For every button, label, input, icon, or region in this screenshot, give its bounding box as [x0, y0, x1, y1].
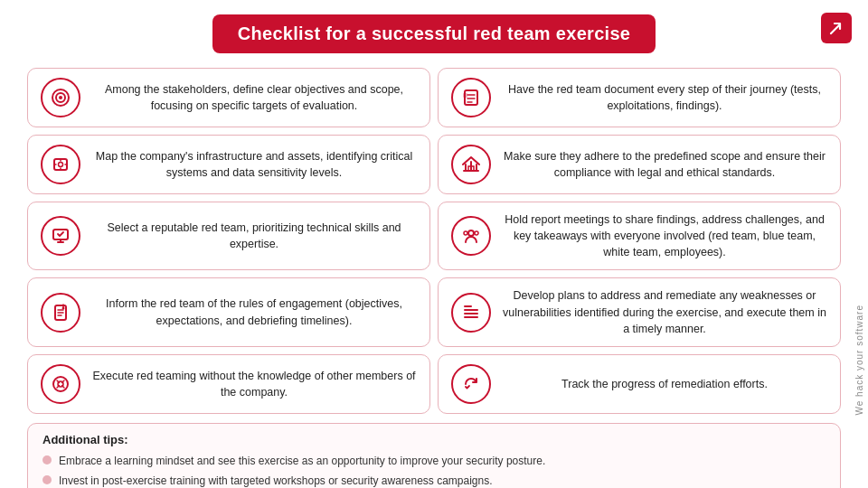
title-box: Checklist for a successful red team exer…	[212, 14, 656, 53]
card-objectives-text: Among the stakeholders, define clear obj…	[91, 81, 417, 114]
side-text: We hack your software	[854, 305, 864, 416]
tip-item-2: Invest in post-exercise training with ta…	[42, 474, 826, 488]
card-execute: Execute red teaming without the knowledg…	[27, 354, 430, 414]
tip-bullet-2	[42, 475, 52, 484]
card-select: Select a reputable red team, prioritizin…	[27, 202, 430, 270]
remediate-icon	[451, 293, 491, 333]
svg-point-2	[59, 96, 62, 99]
card-compliance-text: Make sure they adhere to the predefined …	[502, 148, 827, 181]
card-execute-text: Execute red teaming without the knowledg…	[91, 368, 417, 400]
card-meeting: Hold report meetings to share findings, …	[438, 202, 841, 270]
logo	[821, 13, 852, 43]
main-grid: Among the stakeholders, define clear obj…	[0, 68, 868, 414]
svg-point-13	[62, 306, 65, 309]
card-rules: Inform the red team of the rules of enga…	[27, 277, 430, 346]
compliance-icon	[451, 145, 491, 184]
card-compliance: Make sure they adhere to the predefined …	[438, 135, 841, 194]
target-icon	[41, 78, 80, 117]
svg-point-6	[59, 163, 63, 167]
tips-title: Additional tips:	[42, 433, 826, 446]
page-title: Checklist for a successful red team exer…	[238, 23, 631, 43]
tip-text-2: Invest in post-exercise training with ta…	[59, 474, 493, 488]
card-infrastructure-text: Map the company's infrastructure and ass…	[91, 148, 417, 181]
svg-point-10	[475, 231, 478, 235]
additional-tips: Additional tips: Embrace a learning mind…	[27, 423, 841, 488]
svg-rect-4	[463, 93, 467, 98]
track-icon	[451, 364, 491, 404]
card-remediate-text: Develop plans to address and remediate a…	[502, 287, 827, 336]
card-select-text: Select a reputable red team, prioritizin…	[91, 220, 417, 252]
meeting-icon	[451, 216, 491, 256]
svg-point-14	[53, 377, 68, 391]
card-objectives: Among the stakeholders, define clear obj…	[27, 68, 430, 127]
rules-icon	[41, 293, 80, 333]
doc-icon	[451, 78, 491, 117]
execute-icon	[41, 364, 80, 404]
card-track: Track the progress of remediation effort…	[438, 354, 841, 414]
card-infrastructure: Map the company's infrastructure and ass…	[27, 135, 430, 194]
title-bar: Checklist for a successful red team exer…	[0, 0, 868, 64]
screen-icon	[41, 216, 80, 256]
svg-point-9	[468, 230, 474, 236]
card-document: Have the red team document every step of…	[438, 68, 841, 127]
tip-bullet-1	[42, 455, 52, 465]
tip-text-1: Embrace a learning mindset and see this …	[59, 454, 545, 469]
map-icon	[41, 145, 80, 184]
card-meeting-text: Hold report meetings to share findings, …	[502, 211, 827, 260]
svg-point-11	[464, 231, 467, 235]
tip-item-1: Embrace a learning mindset and see this …	[42, 454, 826, 469]
card-document-text: Have the red team document every step of…	[502, 81, 827, 114]
card-track-text: Track the progress of remediation effort…	[502, 376, 827, 392]
card-remediate: Develop plans to address and remediate a…	[438, 277, 841, 346]
card-rules-text: Inform the red team of the rules of enga…	[91, 296, 417, 328]
